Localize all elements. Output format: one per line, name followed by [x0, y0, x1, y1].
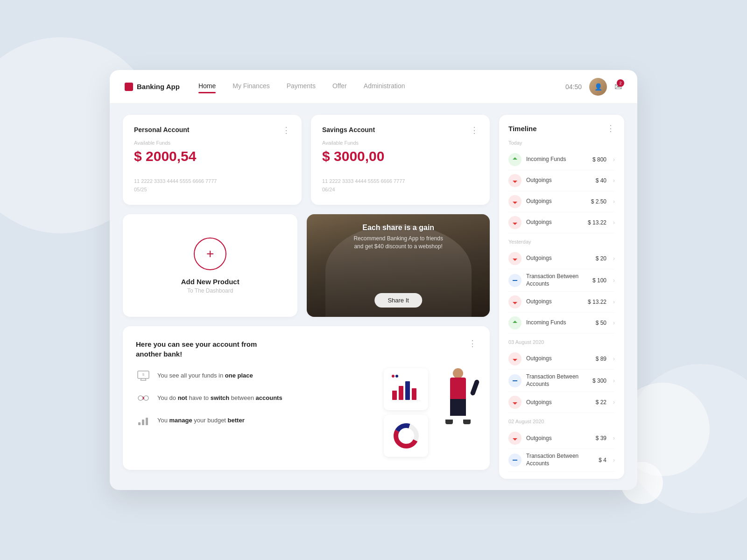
outgoings-icon: [508, 216, 521, 229]
incoming-funds-icon: [508, 153, 521, 166]
item-label: Outgoings: [526, 255, 591, 262]
timeline-item[interactable]: Incoming Funds $ 800 ›: [508, 149, 615, 170]
feature-item-3: You manage your budget better: [136, 413, 373, 428]
item-amount: $ 2.50: [591, 198, 606, 205]
personal-account-amount: $ 2000,54: [134, 148, 290, 164]
right-column: Timeline ⋮ Today Incoming Funds $ 800 ›: [499, 115, 624, 479]
chevron-icon: ›: [613, 299, 615, 305]
item-amount: $ 13.22: [588, 299, 606, 305]
bank-aggregator-more-button[interactable]: ⋮: [468, 339, 477, 348]
timeline-more-button[interactable]: ⋮: [606, 124, 615, 133]
notification-badge: 2: [617, 79, 624, 87]
bank-aggregator-card: Here you can see your account from anoth…: [123, 326, 490, 470]
chevron-icon: ›: [613, 255, 615, 262]
bar-chart-preview: [384, 368, 428, 410]
main-content: Personal Account ⋮ Available Funds $ 200…: [110, 104, 637, 490]
nav-my-finances[interactable]: My Finances: [233, 82, 269, 91]
app-container: Banking App Home My Finances Payments Of…: [110, 70, 637, 490]
svg-rect-20: [513, 460, 517, 461]
item-label: Outgoings: [526, 399, 591, 406]
share-button[interactable]: Share It: [374, 293, 422, 308]
add-product-button[interactable]: +: [194, 238, 226, 270]
person-body: [450, 378, 466, 401]
item-label: Outgoings: [526, 355, 591, 363]
chevron-icon: ›: [613, 399, 615, 406]
timeline-item[interactable]: Outgoings $ 22 ›: [508, 392, 615, 413]
timeline-item[interactable]: Outgoings $ 89 ›: [508, 349, 615, 370]
nav-offer[interactable]: Offer: [332, 82, 347, 91]
mid-row: + Add New Product To The Dashboard Each …: [123, 214, 490, 317]
chevron-icon: ›: [613, 457, 615, 463]
svg-rect-10: [412, 388, 416, 400]
feature-text-1: You see all your funds in one place: [157, 371, 253, 380]
feature-item-1: $ You see all your funds in one place: [136, 368, 373, 383]
feature-text-2: You do not have to switch between accoun…: [157, 394, 282, 402]
outgoings-icon: [508, 174, 521, 187]
timeline-item[interactable]: Incoming Funds $ 50 ›: [508, 313, 615, 334]
item-label: Outgoings: [526, 198, 586, 205]
timeline-item[interactable]: Outgoings $ 40 ›: [508, 170, 615, 191]
nav-payments[interactable]: Payments: [287, 82, 316, 91]
savings-account-title: Savings Account: [322, 126, 375, 133]
timeline-item[interactable]: Outgoings $ 13.22 ›: [508, 212, 615, 233]
timeline-item[interactable]: Outgoings $ 2.50 ›: [508, 191, 615, 212]
switch-accounts-icon: [136, 391, 151, 406]
bank-aggregator-visuals: [384, 368, 428, 457]
chevron-icon: ›: [613, 435, 615, 441]
outgoings-icon: [508, 295, 521, 308]
personal-account-more-button[interactable]: ⋮: [282, 126, 290, 134]
promo-text-area: Each share is a gain Recommend Banking A…: [307, 214, 490, 251]
item-label: Transaction Between Accounts: [526, 273, 588, 287]
logo-icon: [125, 83, 133, 91]
personal-available-label: Available Funds: [134, 140, 290, 146]
timeline-item[interactable]: Outgoings $ 20 ›: [508, 248, 615, 269]
svg-point-13: [395, 375, 398, 378]
nav-administration[interactable]: Administration: [364, 82, 405, 91]
avatar[interactable]: 👤: [589, 78, 607, 96]
transfer-icon: [508, 454, 521, 467]
savings-account-card: Savings Account ⋮ Available Funds $ 3000…: [311, 115, 490, 205]
navbar: Banking App Home My Finances Payments Of…: [110, 70, 637, 104]
personal-account-card: Personal Account ⋮ Available Funds $ 200…: [123, 115, 302, 205]
transfer-icon: [508, 274, 521, 287]
svg-point-2: [138, 396, 143, 400]
svg-point-17: [400, 429, 413, 442]
svg-rect-7: [392, 391, 397, 400]
svg-text:$: $: [142, 372, 145, 377]
nav-home[interactable]: Home: [198, 82, 216, 91]
incoming-funds-icon: [508, 316, 521, 329]
timeline-title: Timeline: [508, 125, 537, 133]
bank-aggregator-header: Here you can see your account from anoth…: [136, 339, 477, 359]
dollar-monitor-icon: $: [136, 368, 151, 383]
timeline-item[interactable]: Outgoings $ 13.22 ›: [508, 292, 615, 313]
item-amount: $ 13.22: [588, 219, 606, 226]
section-aug2: 02 August 2020: [508, 419, 615, 424]
savings-available-label: Available Funds: [322, 140, 479, 146]
item-amount: $ 100: [592, 277, 606, 284]
timeline-item[interactable]: Transaction Between Accounts $ 100 ›: [508, 269, 615, 292]
notification-button[interactable]: ✉ 2: [614, 81, 622, 92]
timeline-item[interactable]: Outgoings $ 39 ›: [508, 428, 615, 449]
item-amount: $ 50: [596, 320, 606, 326]
chevron-icon: ›: [613, 277, 615, 284]
item-label: Transaction Between Accounts: [526, 373, 588, 388]
item-label: Outgoings: [526, 298, 583, 306]
donut-chart-preview: [384, 415, 428, 457]
savings-account-more-button[interactable]: ⋮: [470, 126, 479, 134]
timeline-item[interactable]: Transaction Between Accounts $ 300 ›: [508, 370, 615, 392]
feature-text-3: You manage your budget better: [157, 416, 245, 425]
chevron-icon: ›: [613, 156, 615, 163]
timeline-item[interactable]: Transaction Between Accounts $ 4 ›: [508, 449, 615, 471]
timeline-card: Timeline ⋮ Today Incoming Funds $ 800 ›: [499, 115, 624, 479]
account-cards-row: Personal Account ⋮ Available Funds $ 200…: [123, 115, 490, 205]
person-head: [453, 368, 463, 378]
person-illustration: [439, 368, 477, 424]
add-product-card: + Add New Product To The Dashboard: [123, 214, 297, 317]
person-arm: [470, 379, 479, 396]
svg-rect-5: [142, 420, 144, 425]
svg-point-12: [392, 375, 395, 378]
savings-account-amount: $ 3000,00: [322, 148, 479, 164]
feature-item-2: You do not have to switch between accoun…: [136, 391, 373, 406]
chevron-icon: ›: [613, 356, 615, 362]
item-label: Outgoings: [526, 435, 591, 442]
